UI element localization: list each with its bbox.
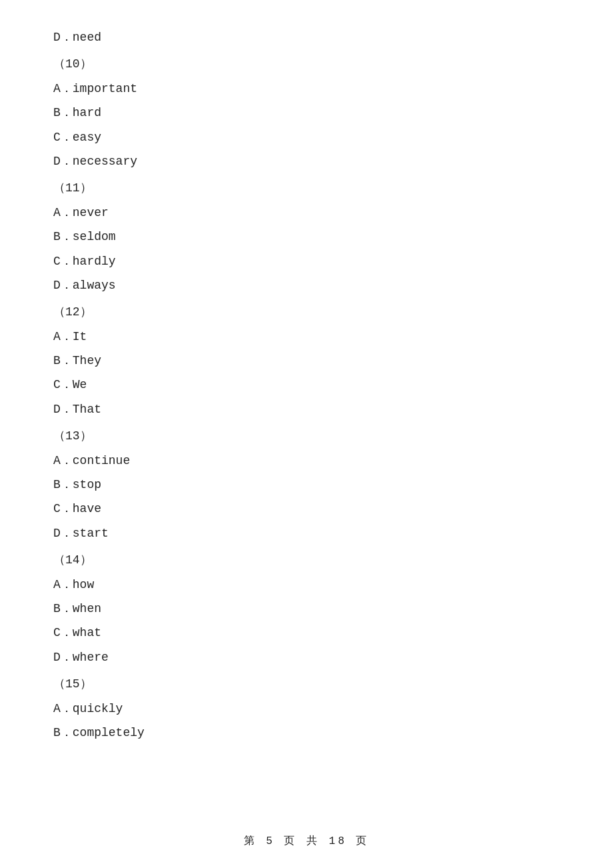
question-12-number: （12） (53, 301, 560, 323)
q11-label: （11） (53, 181, 92, 195)
q13-option-c: C．have (53, 498, 560, 519)
q12-a-text: A．It (53, 330, 87, 343)
prev-d-option: D．need (53, 27, 560, 48)
q10-b-text: B．hard (53, 106, 101, 119)
q12-c-text: C．We (53, 378, 87, 391)
q12-option-c: C．We (53, 374, 560, 395)
q13-a-text: A．continue (53, 454, 130, 467)
q13-d-text: D．start (53, 527, 109, 540)
q14-label: （14） (53, 553, 92, 567)
q13-option-b: B．stop (53, 474, 560, 495)
q14-a-text: A．how (53, 578, 94, 591)
q13-label: （13） (53, 429, 92, 443)
main-content: D．need （10） A．important B．hard C．easy D．… (0, 0, 613, 786)
question-11-number: （11） (53, 177, 560, 199)
q12-option-b: B．They (53, 350, 560, 371)
q12-d-text: D．That (53, 403, 101, 416)
q10-option-b: B．hard (53, 102, 560, 123)
q11-option-a: A．never (53, 202, 560, 223)
q12-option-a: A．It (53, 326, 560, 347)
page-footer: 第 5 页 共 18 页 (0, 834, 613, 848)
q15-b-text: B．completely (53, 726, 145, 739)
q14-option-b: B．when (53, 598, 560, 619)
q11-option-b: B．seldom (53, 226, 560, 247)
q14-d-text: D．where (53, 651, 109, 664)
q11-c-text: C．hardly (53, 255, 116, 268)
q15-option-a: A．quickly (53, 698, 560, 719)
question-15-number: （15） (53, 673, 560, 695)
q10-a-text: A．important (53, 82, 137, 95)
q12-label: （12） (53, 305, 92, 319)
q13-b-text: B．stop (53, 478, 101, 491)
q11-a-text: A．never (53, 206, 109, 219)
q15-option-b: B．completely (53, 722, 560, 743)
q12-option-d: D．That (53, 399, 560, 420)
q10-d-text: D．necessary (53, 155, 137, 168)
q11-d-text: D．always (53, 279, 116, 292)
q10-option-d: D．necessary (53, 151, 560, 172)
q15-a-text: A．quickly (53, 702, 123, 715)
q14-c-text: C．what (53, 626, 101, 639)
q10-option-a: A．important (53, 78, 560, 99)
question-14-number: （14） (53, 549, 560, 571)
q11-option-c: C．hardly (53, 251, 560, 272)
q10-option-c: C．easy (53, 127, 560, 148)
q12-b-text: B．They (53, 354, 101, 367)
page-number-text: 第 5 页 共 18 页 (244, 835, 370, 847)
q14-b-text: B．when (53, 602, 101, 615)
question-13-number: （13） (53, 425, 560, 447)
q13-option-a: A．continue (53, 450, 560, 471)
q10-label: （10） (53, 57, 92, 71)
q15-label: （15） (53, 677, 92, 691)
q14-option-c: C．what (53, 622, 560, 643)
q14-option-d: D．where (53, 647, 560, 668)
q11-option-d: D．always (53, 275, 560, 296)
q13-option-d: D．start (53, 523, 560, 544)
question-10-number: （10） (53, 53, 560, 75)
prev-d-text: D．need (53, 31, 101, 44)
q11-b-text: B．seldom (53, 230, 116, 243)
q13-c-text: C．have (53, 502, 101, 515)
q10-c-text: C．easy (53, 131, 101, 144)
q14-option-a: A．how (53, 574, 560, 595)
